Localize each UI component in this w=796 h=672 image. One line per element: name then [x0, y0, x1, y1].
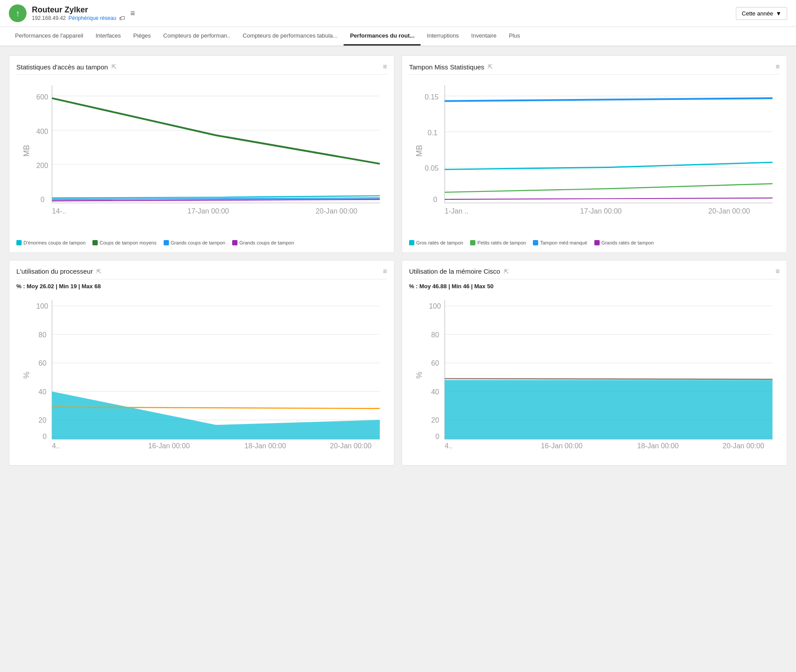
legend-item-grands-purple: Grands coups de tampon [232, 240, 294, 245]
tag-icon: 🏷 [119, 15, 125, 22]
svg-marker-63 [445, 380, 773, 439]
svg-text:600: 600 [36, 93, 48, 101]
svg-text:17-Jan 00:00: 17-Jan 00:00 [188, 207, 229, 215]
svg-text:18-Jan 00:00: 18-Jan 00:00 [245, 442, 286, 450]
svg-text:400: 400 [36, 127, 48, 135]
svg-text:60: 60 [38, 359, 46, 367]
svg-text:1-Jan ..: 1-Jan .. [445, 207, 469, 215]
logo-icon: ↑ [9, 4, 27, 22]
divider [409, 74, 780, 75]
buffer-miss-legend: Gros ratés de tampon Petits ratés de tam… [409, 240, 780, 245]
header-left: ↑ Routeur Zylker 192.168.49.42 Périphéri… [9, 4, 135, 22]
svg-marker-43 [52, 391, 380, 439]
svg-text:40: 40 [431, 387, 439, 395]
svg-text:0.05: 0.05 [425, 164, 438, 172]
svg-text:0: 0 [433, 195, 437, 203]
nav-item-performances-appareil[interactable]: Performances de l'appareil [9, 27, 89, 46]
device-type-link[interactable]: Périphérique réseau [69, 15, 116, 21]
svg-text:0: 0 [41, 195, 45, 203]
device-name: Routeur Zylker [32, 5, 125, 15]
cpu-title: L'utilisation du processeur ⇱ [16, 267, 102, 275]
nav-item-interruptions[interactable]: Interruptions [421, 27, 465, 46]
svg-text:200: 200 [36, 161, 48, 169]
buffer-miss-expand-icon[interactable]: ⇱ [488, 63, 493, 70]
memory-title: Utilisation de la mémoire Cisco ⇱ [409, 267, 509, 275]
memory-chart: % 100 80 60 40 20 0 [409, 293, 780, 458]
cpu-menu-icon[interactable]: ≡ [383, 267, 387, 275]
cpu-card: L'utilisation du processeur ⇱ ≡ % : Moy … [9, 260, 394, 466]
memory-card: Utilisation de la mémoire Cisco ⇱ ≡ % : … [402, 260, 787, 466]
memory-menu-icon[interactable]: ≡ [776, 267, 780, 275]
header-right: Cette année ▼ [736, 7, 787, 20]
divider [409, 279, 780, 279]
svg-text:20-Jan 00:00: 20-Jan 00:00 [316, 207, 357, 215]
nav-item-compteurs-perf[interactable]: Compteurs de performan.. [157, 27, 237, 46]
buffer-miss-header: Tampon Miss Statistiques ⇱ ≡ [409, 63, 780, 71]
svg-text:0: 0 [436, 432, 440, 440]
svg-text:%: % [22, 371, 31, 378]
buffer-miss-chart: MB 0.15 0.1 0.05 0 [409, 78, 780, 237]
cpu-stats: % : Moy 26.02 | Min 19 | Max 68 [16, 283, 387, 290]
svg-text:100: 100 [429, 302, 441, 310]
svg-text:%: % [415, 371, 424, 378]
svg-text:60: 60 [431, 359, 439, 367]
nav-item-compteurs-tabula[interactable]: Compteurs de performances tabula... [237, 27, 344, 46]
legend-color-grands-miss [594, 240, 600, 245]
svg-text:20-Jan 00:00: 20-Jan 00:00 [723, 442, 764, 450]
memory-header: Utilisation de la mémoire Cisco ⇱ ≡ [409, 267, 780, 275]
svg-text:80: 80 [431, 330, 439, 338]
svg-text:MB: MB [415, 145, 424, 157]
buffer-access-svg: MB 600 400 200 0 [16, 78, 387, 235]
memory-svg: % 100 80 60 40 20 0 [409, 293, 780, 457]
buffer-miss-svg: MB 0.15 0.1 0.05 0 [409, 78, 780, 235]
legend-color-moyens [92, 240, 98, 245]
svg-text:17-Jan 00:00: 17-Jan 00:00 [580, 207, 622, 215]
buffer-miss-menu-icon[interactable]: ≡ [776, 63, 780, 71]
svg-text:20: 20 [38, 416, 46, 424]
buffer-access-menu-icon[interactable]: ≡ [383, 63, 387, 71]
nav-bar: Performances de l'appareil Interfaces Pi… [0, 27, 796, 46]
legend-item-grands-blue: Grands coups de tampon [164, 240, 226, 245]
hamburger-icon[interactable]: ≡ [130, 9, 135, 18]
svg-text:0.15: 0.15 [425, 93, 438, 101]
svg-text:0.1: 0.1 [428, 129, 437, 137]
buffer-access-title: Statistiques d'accès au tampon ⇱ [16, 63, 117, 71]
nav-item-inventaire[interactable]: Inventaire [465, 27, 503, 46]
svg-text:20-Jan 00:00: 20-Jan 00:00 [330, 442, 371, 450]
svg-text:20: 20 [431, 416, 439, 424]
memory-stats: % : Moy 46.88 | Min 46 | Max 50 [409, 283, 780, 290]
legend-color-petits [470, 240, 475, 245]
main-content: Statistiques d'accès au tampon ⇱ ≡ MB 60… [0, 46, 796, 474]
cpu-chart: % 100 80 60 40 20 0 [16, 293, 387, 458]
buffer-access-legend: D'énormes coups de tampon Coups de tampo… [16, 240, 387, 245]
nav-item-pieges[interactable]: Pièges [127, 27, 157, 46]
legend-color-enormes [16, 240, 22, 245]
svg-text:4..: 4.. [52, 442, 60, 450]
device-ip-address: 192.168.49.42 [32, 15, 66, 21]
nav-item-interfaces[interactable]: Interfaces [89, 27, 127, 46]
legend-item-petits: Petits ratés de tampon [470, 240, 526, 245]
cpu-header: L'utilisation du processeur ⇱ ≡ [16, 267, 387, 275]
cpu-expand-icon[interactable]: ⇱ [96, 268, 102, 275]
divider [16, 279, 387, 279]
legend-color-grands-blue [164, 240, 169, 245]
cpu-svg: % 100 80 60 40 20 0 [16, 293, 387, 457]
svg-text:16-Jan 00:00: 16-Jan 00:00 [148, 442, 190, 450]
memory-expand-icon[interactable]: ⇱ [504, 268, 509, 275]
divider [16, 74, 387, 75]
svg-text:16-Jan 00:00: 16-Jan 00:00 [541, 442, 582, 450]
svg-text:4..: 4.. [445, 442, 453, 450]
svg-text:20-Jan 00:00: 20-Jan 00:00 [708, 207, 750, 215]
buffer-access-expand-icon[interactable]: ⇱ [111, 63, 117, 70]
buffer-access-header: Statistiques d'accès au tampon ⇱ ≡ [16, 63, 387, 71]
nav-item-performances-rout[interactable]: Performances du rout... [344, 27, 421, 46]
svg-text:40: 40 [38, 387, 46, 395]
legend-color-gros [409, 240, 414, 245]
nav-item-plus[interactable]: Plus [503, 27, 526, 46]
svg-text:80: 80 [38, 330, 46, 338]
legend-color-med [533, 240, 538, 245]
buffer-access-chart: MB 600 400 200 0 [16, 78, 387, 237]
legend-item-enormes: D'énormes coups de tampon [16, 240, 85, 245]
legend-item-gros: Gros ratés de tampon [409, 240, 463, 245]
year-dropdown[interactable]: Cette année ▼ [736, 7, 787, 20]
